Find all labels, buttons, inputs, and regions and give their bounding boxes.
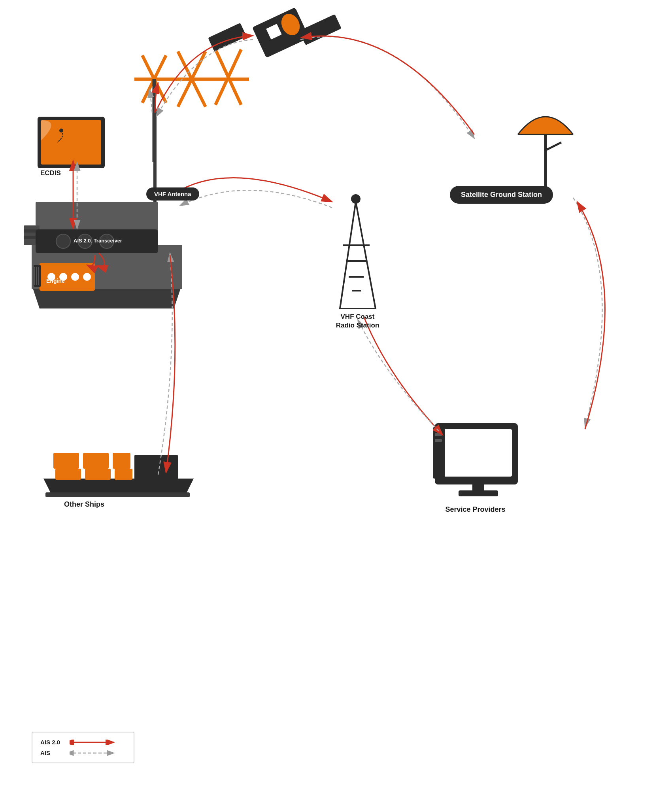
svg-line-8 [178,51,206,107]
svg-rect-27 [472,483,484,492]
svg-rect-48 [24,236,40,239]
svg-line-6 [142,55,166,103]
svg-rect-37 [113,453,130,469]
svg-marker-43 [32,285,182,308]
svg-line-10 [215,49,241,105]
svg-rect-34 [134,455,178,481]
ais-transceiver-label: AIS 2.0. Transceiver [42,238,154,244]
ecdis-label: ECDIS [40,169,61,177]
svg-point-15 [278,11,303,38]
svg-line-5 [142,55,166,103]
svg-rect-41 [45,492,190,497]
svg-rect-32 [435,439,442,442]
svg-rect-31 [435,433,442,436]
svg-marker-20 [340,202,376,308]
engine-label: Engine [46,278,65,284]
svg-rect-39 [85,469,111,480]
svg-rect-54 [34,265,41,287]
svg-rect-26 [459,490,498,496]
svg-rect-30 [433,427,445,479]
legend-row-ais20: AIS 2.0 [40,739,126,746]
svg-rect-29 [441,429,512,477]
legend-ais20-text: AIS 2.0 [40,739,64,746]
svg-rect-46 [24,225,40,245]
legend-row-ais: AIS [40,749,126,756]
svg-rect-53 [40,263,95,291]
legend-box: AIS 2.0 AIS [32,732,134,763]
svg-point-25 [351,194,361,204]
vhf-coast-radio-label: VHF CoastRadio Station [325,312,390,330]
satellite-ground-station-label: Satellite Ground Station [450,186,553,204]
svg-rect-36 [83,453,109,469]
svg-rect-28 [435,423,518,484]
service-providers-label: Service Providers [431,505,520,514]
other-ships-label: Other Ships [64,500,104,509]
svg-line-18 [546,142,561,150]
svg-rect-13 [299,14,342,45]
svg-rect-12 [252,8,310,58]
legend-ais-text: AIS [40,749,64,756]
svg-rect-14 [208,23,247,51]
svg-point-64 [59,129,63,132]
svg-rect-63 [41,120,101,165]
svg-rect-16 [266,24,282,40]
svg-line-9 [215,49,241,105]
svg-rect-62 [38,117,105,168]
svg-rect-47 [24,229,40,233]
svg-rect-42 [153,111,157,229]
svg-rect-40 [115,469,132,480]
svg-marker-33 [43,479,194,494]
svg-line-7 [178,51,206,107]
svg-point-61 [83,273,91,281]
diagram-container: ECDIS VHF Antenna AIS 2.0. Transceiver E… [0,0,672,791]
svg-point-60 [71,273,79,281]
vhf-antenna-label: VHF Antenna [146,187,199,201]
svg-rect-35 [53,453,79,469]
svg-rect-38 [55,469,81,480]
